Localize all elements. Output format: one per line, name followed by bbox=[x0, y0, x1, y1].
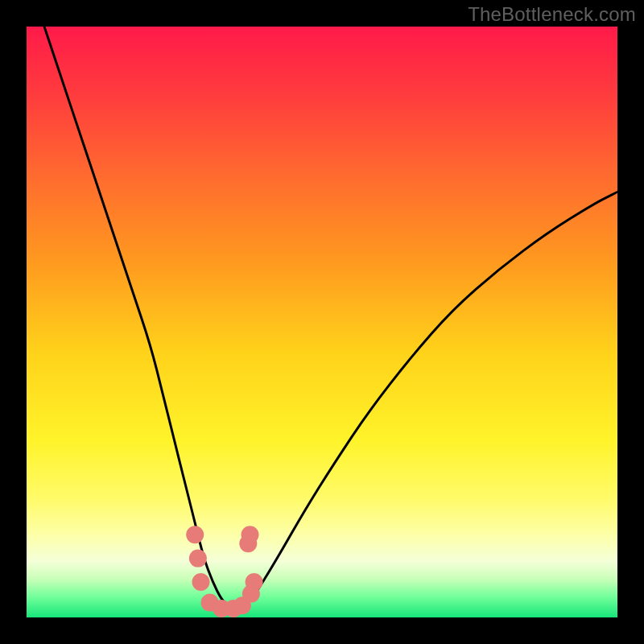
marker-dot bbox=[186, 526, 204, 543]
marker-dot bbox=[192, 573, 210, 591]
watermark-text: TheBottleneck.com bbox=[468, 3, 636, 26]
marker-dot bbox=[246, 573, 263, 591]
marker-dot bbox=[242, 526, 259, 543]
plot-area bbox=[27, 27, 617, 617]
plot-svg bbox=[27, 27, 617, 617]
outer-frame: TheBottleneck.com bbox=[0, 0, 644, 644]
marker-dot bbox=[189, 550, 207, 568]
gradient-background bbox=[27, 27, 617, 617]
